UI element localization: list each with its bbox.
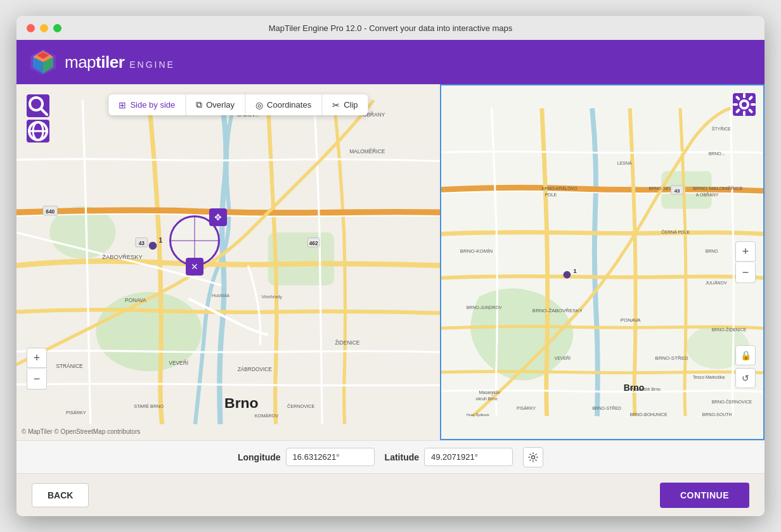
- globe-button[interactable]: [27, 120, 49, 142]
- tab-clip-label: Clip: [344, 100, 358, 110]
- svg-text:BRNO-JUNDROV: BRNO-JUNDROV: [467, 305, 502, 310]
- svg-line-39: [41, 109, 47, 115]
- svg-text:BRNO: BRNO: [706, 249, 719, 253]
- svg-text:BRNO-ŽIDENICE: BRNO-ŽIDENICE: [712, 327, 747, 332]
- longitude-label: Longitude: [238, 452, 281, 462]
- app-header: map tiler ENGINE: [16, 40, 765, 84]
- svg-text:ŽIDENICE: ŽIDENICE: [335, 339, 359, 346]
- svg-text:43: 43: [139, 240, 145, 246]
- coordinates-icon: ◎: [255, 100, 263, 110]
- svg-text:BRNO...: BRNO...: [709, 151, 725, 156]
- svg-text:Vinohrady: Vinohrady: [261, 294, 282, 300]
- svg-text:462: 462: [309, 240, 318, 246]
- coord-settings-button[interactable]: [523, 447, 543, 467]
- svg-text:STRÁNICE: STRÁNICE: [56, 363, 83, 369]
- zoom-in-left[interactable]: +: [27, 348, 47, 368]
- svg-text:BRNO-MALOMĚŘICE: BRNO-MALOMĚŘICE: [693, 186, 743, 191]
- svg-text:1: 1: [158, 237, 162, 244]
- crosshair-vertical: [194, 217, 195, 264]
- attribution: © MapTiler © OpenStreetMap contributors: [22, 428, 140, 435]
- lock-button[interactable]: 🔒: [735, 345, 756, 365]
- svg-text:BRNO-ČERNOVICE: BRNO-ČERNOVICE: [712, 399, 752, 404]
- map-circle-marker[interactable]: ✥ ✕: [169, 215, 220, 266]
- tab-clip[interactable]: ✂ Clip: [322, 94, 368, 115]
- svg-point-81: [740, 101, 748, 108]
- tab-overlay[interactable]: ⧉ Overlay: [186, 94, 245, 115]
- svg-text:Husitská: Husitská: [212, 293, 230, 298]
- svg-text:PONAVA: PONAVA: [125, 297, 146, 303]
- map-right[interactable]: BRNO-KOMÍN BRNO-JUNDROV Masarykův okruh …: [440, 84, 765, 440]
- minimize-button[interactable]: [40, 24, 48, 32]
- settings-button-right[interactable]: [733, 93, 756, 116]
- svg-text:BRNO-SOUTH: BRNO-SOUTH: [702, 412, 732, 417]
- title-bar: MapTiler Engine Pro 12.0 - Convert your …: [16, 16, 765, 40]
- svg-text:STARÉ BRNO: STARÉ BRNO: [134, 403, 164, 409]
- svg-text:Hrad Špilberk: Hrad Špilberk: [467, 413, 489, 417]
- map-container[interactable]: 640 43 462 42 ŽABOVŘESKY PONAVA STRÁNICE…: [16, 84, 765, 440]
- svg-point-82: [532, 455, 535, 459]
- move-handle[interactable]: ✥: [209, 208, 227, 226]
- svg-text:okruh Brno: okruh Brno: [476, 396, 498, 401]
- svg-text:BRNO-STŘED: BRNO-STŘED: [592, 405, 621, 410]
- tab-side-by-side[interactable]: ⊞ Side by side: [108, 94, 186, 115]
- zoom-out-right[interactable]: −: [735, 263, 756, 283]
- logo-map-text: map: [65, 53, 96, 72]
- left-tools: [27, 94, 49, 142]
- svg-text:Masarykův: Masarykův: [479, 390, 501, 395]
- map-left[interactable]: 640 43 462 42 ŽABOVŘESKY PONAVA STRÁNICE…: [16, 84, 440, 440]
- latitude-field: Latitude: [385, 448, 513, 466]
- svg-text:Brno: Brno: [624, 383, 644, 393]
- svg-text:BRNO-KOMÍN: BRNO-KOMÍN: [460, 248, 493, 254]
- tab-coordinates[interactable]: ◎ Coordinates: [245, 94, 322, 115]
- latitude-input[interactable]: [424, 448, 513, 466]
- svg-text:43: 43: [674, 188, 680, 194]
- zoom-out-left[interactable]: −: [27, 369, 47, 390]
- svg-text:Tesco Markoška: Tesco Markoška: [693, 375, 725, 379]
- svg-point-27: [149, 242, 157, 250]
- side-by-side-icon: ⊞: [119, 100, 126, 110]
- main-content: 640 43 462 42 ŽABOVŘESKY PONAVA STRÁNICE…: [16, 84, 765, 516]
- maptiler-logo-icon: [29, 48, 57, 76]
- svg-text:MALOMĚŘICE: MALOMĚŘICE: [349, 148, 385, 155]
- logo-text: map tiler ENGINE: [65, 53, 175, 72]
- svg-text:BRNO-BOHUNICE: BRNO-BOHUNICE: [630, 412, 668, 417]
- overlay-icon: ⧉: [196, 99, 202, 110]
- svg-text:BRNO-STŘED: BRNO-STŘED: [655, 355, 688, 361]
- svg-text:JULIÁNOV: JULIÁNOV: [706, 280, 727, 285]
- back-button[interactable]: BACK: [32, 483, 89, 507]
- tab-side-by-side-label: Side by side: [130, 100, 175, 110]
- refresh-button[interactable]: ↺: [735, 368, 756, 388]
- coord-bar: Longitude Latitude: [16, 440, 765, 473]
- svg-text:PISÁRKY: PISÁRKY: [517, 405, 536, 410]
- svg-text:BRNO-ŽABOVŘESKY: BRNO-ŽABOVŘESKY: [532, 308, 583, 314]
- map-toolbar: ⊞ Side by side ⧉ Overlay ◎ Coordinates ✂…: [108, 94, 368, 115]
- search-button[interactable]: [27, 94, 49, 117]
- svg-text:BRNO-KRÁLOVO: BRNO-KRÁLOVO: [542, 186, 578, 191]
- svg-text:KOMÁROV: KOMÁROV: [255, 413, 278, 419]
- svg-text:LESNÁ: LESNÁ: [617, 160, 632, 165]
- svg-text:VEVEŘÍ: VEVEŘÍ: [555, 355, 571, 360]
- continue-button[interactable]: CONTINUE: [660, 483, 749, 508]
- map-left-svg: 640 43 462 42 ŽABOVŘESKY PONAVA STRÁNICE…: [16, 84, 440, 440]
- latitude-label: Latitude: [385, 452, 419, 462]
- svg-text:PONAVA: PONAVA: [621, 317, 642, 323]
- window-title: MapTiler Engine Pro 12.0 - Convert your …: [269, 23, 513, 33]
- app-window: MapTiler Engine Pro 12.0 - Convert your …: [16, 16, 765, 516]
- close-handle[interactable]: ✕: [186, 258, 203, 276]
- svg-text:ČERNOVICE: ČERNOVICE: [287, 403, 315, 409]
- svg-text:Brno: Brno: [224, 395, 259, 411]
- svg-text:ČERNÁ POLE: ČERNÁ POLE: [661, 229, 690, 234]
- circle-ring: ✥ ✕: [169, 215, 220, 266]
- svg-text:PISÁRKY: PISÁRKY: [66, 410, 86, 415]
- right-extra-tools: 🔒 ↺: [735, 345, 756, 388]
- svg-text:POLE: POLE: [545, 193, 557, 197]
- maximize-button[interactable]: [53, 24, 61, 32]
- tab-coordinates-label: Coordinates: [267, 100, 311, 110]
- close-button[interactable]: [27, 24, 35, 32]
- longitude-input[interactable]: [286, 448, 375, 466]
- svg-text:ŠTYŘICE: ŠTYŘICE: [712, 126, 731, 131]
- zoom-in-right[interactable]: +: [735, 241, 756, 262]
- logo-tiler-text: tiler: [96, 53, 124, 72]
- svg-text:A OBŘANY: A OBŘANY: [696, 192, 719, 197]
- longitude-field: Longitude: [238, 448, 375, 466]
